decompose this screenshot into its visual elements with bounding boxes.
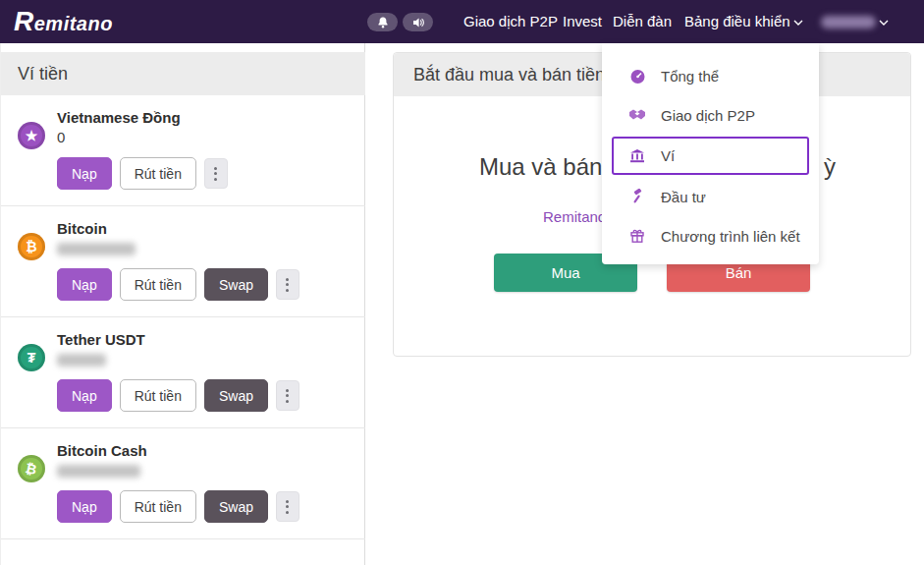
sidebar-title: Ví tiền bbox=[1, 52, 365, 95]
menu-item-label: Chương trình liên kết bbox=[661, 228, 800, 245]
wallet-row-vnd: ★ Vietnamese Đồng 0 Nạp Rút tiền bbox=[1, 95, 365, 206]
active-menu-highlight: Ví bbox=[612, 137, 809, 175]
tether-icon: ₮ bbox=[18, 344, 45, 371]
more-options-button[interactable] bbox=[276, 380, 299, 411]
more-options-button[interactable] bbox=[276, 491, 299, 522]
wallet-balance-redacted bbox=[57, 462, 350, 480]
bitcoin-icon: ₿ bbox=[18, 233, 45, 260]
top-navbar: Remitano Giao dịch P2P Invest Diễn đàn B… bbox=[0, 0, 924, 43]
remitano-logo[interactable]: Remitano bbox=[14, 0, 113, 45]
chevron-down-icon bbox=[879, 20, 889, 27]
gift-icon bbox=[628, 227, 646, 245]
wallet-name: Bitcoin Cash bbox=[57, 442, 350, 460]
more-options-button[interactable] bbox=[276, 269, 299, 300]
swap-button[interactable]: Swap bbox=[204, 379, 268, 412]
vnd-currency-icon: ★ bbox=[18, 122, 45, 149]
wallet-balance: 0 bbox=[57, 129, 350, 146]
nav-link-dashboard[interactable]: Bảng điều khiển bbox=[684, 0, 790, 43]
wallet-name: Tether USDT bbox=[57, 331, 350, 349]
wallet-sidebar: Ví tiền ★ Vietnamese Đồng 0 Nạp Rút tiền… bbox=[0, 43, 365, 565]
bell-icon bbox=[377, 17, 389, 28]
chevron-down-icon bbox=[793, 20, 803, 27]
swap-button[interactable]: Swap bbox=[204, 268, 268, 301]
gauge-icon bbox=[628, 67, 646, 85]
wallet-list: ★ Vietnamese Đồng 0 Nạp Rút tiền ₿ Bitco… bbox=[1, 95, 365, 539]
nav-link-invest[interactable]: Invest bbox=[563, 0, 602, 43]
withdraw-button[interactable]: Rút tiền bbox=[120, 379, 196, 412]
deposit-button[interactable]: Nạp bbox=[57, 379, 112, 412]
wallet-row-bitcoin: ₿ Bitcoin Nạp Rút tiền Swap bbox=[1, 206, 365, 317]
menu-item-label: Giao dịch P2P bbox=[661, 107, 755, 124]
wallet-name: Vietnamese Đồng bbox=[57, 109, 350, 127]
withdraw-button[interactable]: Rút tiền bbox=[120, 490, 196, 523]
wallet-balance-redacted bbox=[57, 351, 350, 368]
menu-item-p2p[interactable]: Giao dịch P2P bbox=[602, 95, 819, 135]
nav-link-p2p[interactable]: Giao dịch P2P bbox=[463, 0, 558, 43]
menu-item-label: Ví bbox=[661, 147, 675, 164]
bank-icon bbox=[628, 147, 646, 165]
menu-item-label: Tổng thể bbox=[661, 68, 719, 85]
hero-heading-left: Mua và bán ti bbox=[479, 153, 621, 181]
wallet-name: Bitcoin bbox=[57, 220, 350, 238]
wallet-row-bitcoin-cash: ₿ Bitcoin Cash Nạp Rút tiền Swap bbox=[1, 428, 365, 539]
bitcoin-cash-icon: ₿ bbox=[18, 455, 45, 482]
withdraw-button[interactable]: Rút tiền bbox=[120, 268, 196, 301]
menu-item-invest[interactable]: Đầu tư bbox=[602, 177, 819, 216]
sound-toggle-button[interactable] bbox=[403, 13, 433, 31]
hero-heading-right: ỳ bbox=[824, 153, 836, 181]
withdraw-button[interactable]: Rút tiền bbox=[120, 157, 196, 190]
dashboard-dropdown-menu: Tổng thể Giao dịch P2P Ví Đầu tư Chương … bbox=[602, 43, 819, 264]
more-options-button[interactable] bbox=[204, 158, 228, 189]
menu-item-label: Đầu tư bbox=[661, 189, 706, 205]
deposit-button[interactable]: Nạp bbox=[57, 490, 112, 523]
nav-link-forum[interactable]: Diễn đàn bbox=[613, 0, 672, 43]
username-redacted[interactable] bbox=[821, 16, 876, 28]
wallet-balance-redacted bbox=[57, 240, 350, 257]
deposit-button[interactable]: Nạp bbox=[57, 268, 112, 301]
menu-item-overview[interactable]: Tổng thể bbox=[602, 56, 819, 95]
menu-item-wallet[interactable]: Ví bbox=[614, 139, 807, 173]
handshake-icon bbox=[628, 106, 646, 124]
deposit-button[interactable]: Nạp bbox=[57, 157, 112, 190]
speaker-icon bbox=[412, 17, 424, 28]
gavel-icon bbox=[628, 188, 646, 205]
notifications-button[interactable] bbox=[367, 13, 398, 31]
swap-button[interactable]: Swap bbox=[204, 490, 268, 523]
wallet-row-tether: ₮ Tether USDT Nạp Rút tiền Swap bbox=[1, 317, 365, 428]
remitano-link[interactable]: Remitano bbox=[543, 208, 606, 225]
menu-item-affiliate[interactable]: Chương trình liên kết bbox=[602, 216, 819, 255]
